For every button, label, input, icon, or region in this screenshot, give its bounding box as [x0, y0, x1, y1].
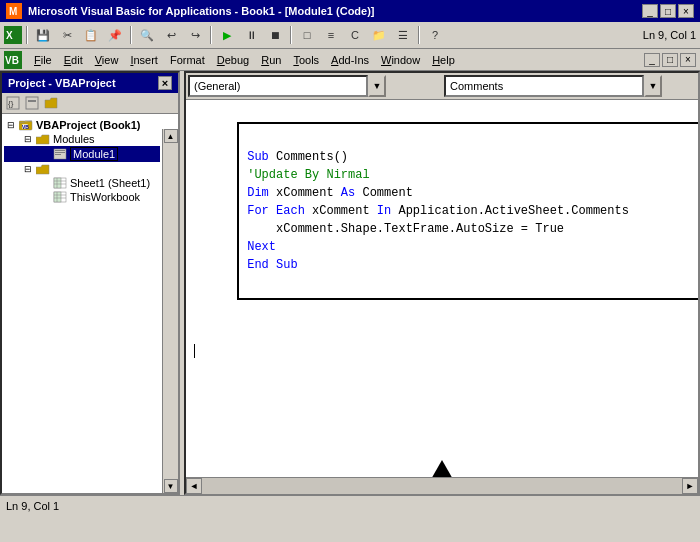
arrow-shape — [426, 460, 458, 477]
project-panel: Project - VBAProject × {} — [0, 71, 180, 495]
svg-rect-15 — [55, 150, 65, 151]
sep-5 — [418, 26, 420, 44]
menu-debug[interactable]: Debug — [211, 52, 255, 68]
module1-icon — [53, 148, 67, 160]
menu-restore-btn[interactable]: □ — [662, 53, 678, 67]
procedure-dropdown[interactable]: Comments — [444, 75, 644, 97]
code-next: Next — [247, 240, 276, 254]
sep-3 — [210, 26, 212, 44]
view-form-btn[interactable] — [23, 95, 41, 111]
properties-btn[interactable]: ☰ — [392, 25, 414, 45]
menu-window[interactable]: Window — [375, 52, 426, 68]
view-code-btn[interactable]: {} — [4, 95, 22, 111]
scroll-down-btn[interactable]: ▼ — [164, 479, 178, 493]
menu-file[interactable]: File — [28, 52, 58, 68]
procedure-dropdown-container: Comments ▼ — [444, 75, 696, 97]
module1-label: Module1 — [70, 147, 118, 161]
modules-folder-label: Modules — [53, 133, 95, 145]
userform-btn[interactable]: □ — [296, 25, 318, 45]
menu-help[interactable]: Help — [426, 52, 461, 68]
vba-menu-icon: VB — [4, 51, 22, 69]
code-in: In — [377, 204, 391, 218]
status-position: Ln 9, Col 1 — [6, 500, 59, 512]
menu-minimize-btn[interactable]: _ — [644, 53, 660, 67]
menu-run[interactable]: Run — [255, 52, 287, 68]
title-bar: M Microsoft Visual Basic for Application… — [0, 0, 700, 22]
tree-modules-folder[interactable]: ⊟ Modules — [4, 132, 160, 146]
procedure-dropdown-arrow[interactable]: ▼ — [644, 75, 662, 97]
menu-format[interactable]: Format — [164, 52, 211, 68]
project-title-text: Project - VBAProject — [8, 77, 116, 89]
svg-text:{}: {} — [8, 99, 14, 108]
code-collection: Application.ActiveSheet.Comments — [391, 204, 629, 218]
tree-no-toggle-wb: ⊟ — [40, 192, 50, 202]
tree-module1[interactable]: ⊟ Module1 — [4, 146, 160, 162]
h-scrollbar[interactable]: ◄ ► — [186, 477, 698, 493]
scroll-up-btn[interactable]: ▲ — [164, 129, 178, 143]
code-foreach: For Each — [247, 204, 305, 218]
code-each-var: xComment — [305, 204, 377, 218]
toolbar-area: X 💾 ✂ 📋 📌 🔍 ↩ ↪ ▶ ⏸ ⏹ □ ≡ C 📁 ☰ ? Ln 9, … — [0, 22, 700, 49]
window-controls: _ □ × — [642, 4, 694, 18]
help-btn[interactable]: ? — [424, 25, 446, 45]
save-btn[interactable]: 💾 — [32, 25, 54, 45]
project-panel-close[interactable]: × — [158, 76, 172, 90]
sep-4 — [290, 26, 292, 44]
h-scroll-track[interactable] — [202, 478, 682, 494]
paste-btn[interactable]: 📌 — [104, 25, 126, 45]
h-scroll-right-btn[interactable]: ► — [682, 478, 698, 494]
menu-close-btn[interactable]: × — [680, 53, 696, 67]
left-scrollbar[interactable]: ▲ ▼ — [162, 129, 178, 493]
tree-excel-objects[interactable]: ⊟ — [4, 162, 160, 176]
toggle-folders-btn[interactable] — [42, 95, 60, 111]
cut-btn[interactable]: ✂ — [56, 25, 78, 45]
toolbar-row-1: X 💾 ✂ 📋 📌 🔍 ↩ ↪ ▶ ⏸ ⏹ □ ≡ C 📁 ☰ ? Ln 9, … — [0, 22, 700, 48]
menu-view[interactable]: View — [89, 52, 125, 68]
minimize-btn[interactable]: _ — [642, 4, 658, 18]
tree-thisworkbook[interactable]: ⊟ ThisWorkbook — [4, 190, 160, 204]
undo-btn[interactable]: ↩ — [160, 25, 182, 45]
menu-edit[interactable]: Edit — [58, 52, 89, 68]
module-btn[interactable]: ≡ — [320, 25, 342, 45]
close-btn[interactable]: × — [678, 4, 694, 18]
svg-text:X: X — [6, 30, 13, 41]
stop-btn[interactable]: ⏹ — [264, 25, 286, 45]
maximize-btn[interactable]: □ — [660, 4, 676, 18]
redo-btn[interactable]: ↪ — [184, 25, 206, 45]
thisworkbook-label: ThisWorkbook — [70, 191, 140, 203]
vbaproject-label: VBAProject (Book1) — [36, 119, 141, 131]
class-btn[interactable]: C — [344, 25, 366, 45]
sep-2 — [130, 26, 132, 44]
sheet1-label: Sheet1 (Sheet1) — [70, 177, 150, 189]
menu-addins[interactable]: Add-Ins — [325, 52, 375, 68]
general-dropdown-container: (General) ▼ — [188, 75, 440, 97]
copy-btn[interactable]: 📋 — [80, 25, 102, 45]
find-btn[interactable]: 🔍 — [136, 25, 158, 45]
code-dim-var: xComment — [269, 186, 341, 200]
menu-insert[interactable]: Insert — [124, 52, 164, 68]
svg-text:VB: VB — [22, 124, 29, 130]
project-tree: ⊟ VB VBAProject (Book1) ⊟ — [2, 114, 178, 493]
h-scroll-left-btn[interactable]: ◄ — [186, 478, 202, 494]
tree-vbaproject[interactable]: ⊟ VB VBAProject (Book1) — [4, 118, 160, 132]
svg-rect-24 — [54, 192, 61, 202]
code-comment: 'Update By Nirmal — [247, 168, 369, 182]
menu-bar-right: _ □ × — [644, 53, 696, 67]
menu-tools[interactable]: Tools — [287, 52, 325, 68]
code-editor[interactable]: Sub Comments() 'Update By Nirmal Dim xCo… — [186, 100, 698, 477]
arrow-indicator — [194, 430, 690, 477]
excel-icon: X — [4, 26, 22, 44]
code-box: Sub Comments() 'Update By Nirmal Dim xCo… — [237, 122, 698, 300]
thisworkbook-icon — [53, 191, 67, 203]
position-display: Ln 9, Col 1 — [643, 29, 696, 41]
explorer-btn[interactable]: 📁 — [368, 25, 390, 45]
tree-sheet1[interactable]: ⊟ Sheet1 (Sheet1) — [4, 176, 160, 190]
text-cursor — [194, 344, 195, 358]
project-panel-toolbar: {} — [2, 93, 178, 114]
run-btn[interactable]: ▶ — [216, 25, 238, 45]
pause-btn[interactable]: ⏸ — [240, 25, 262, 45]
general-dropdown-arrow[interactable]: ▼ — [368, 75, 386, 97]
general-dropdown[interactable]: (General) — [188, 75, 368, 97]
vba-project-icon: VB — [19, 119, 33, 131]
procedure-dropdown-text: Comments — [450, 80, 503, 92]
